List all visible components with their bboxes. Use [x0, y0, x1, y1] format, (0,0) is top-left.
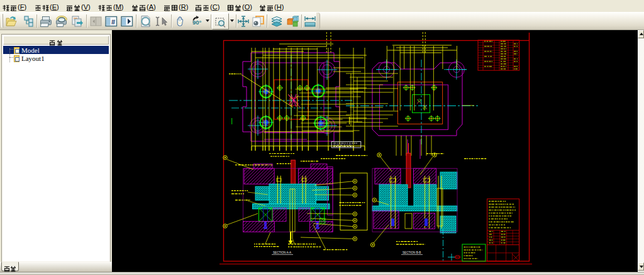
svg-text:#: #	[111, 18, 115, 26]
svg-text:SECTION B-B: SECTION B-B	[402, 251, 421, 254]
svg-text:90°: 90°	[192, 19, 202, 26]
svg-text:SECTION A-A: SECTION A-A	[273, 251, 292, 254]
